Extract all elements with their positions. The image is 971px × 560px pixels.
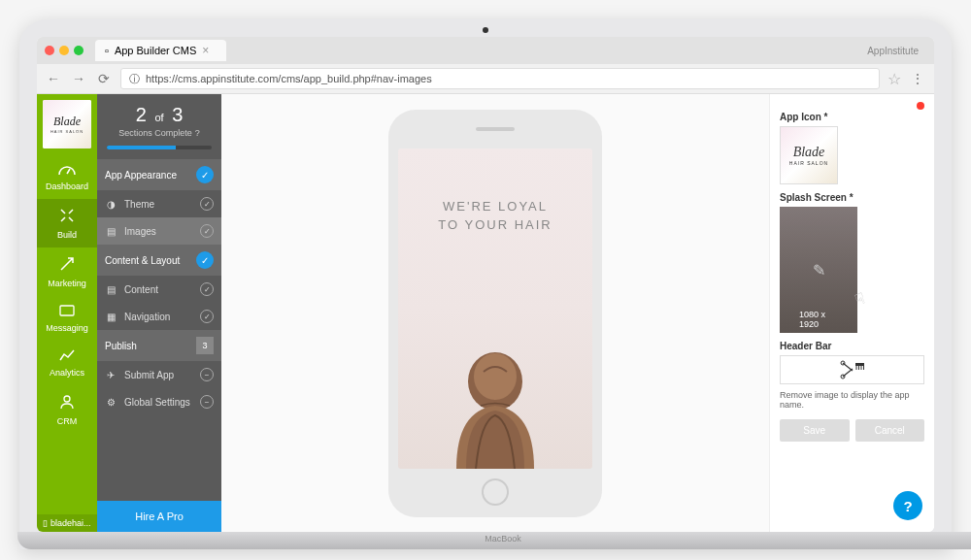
nav-dashboard[interactable]: Dashboard	[37, 154, 97, 199]
status-done-icon	[200, 282, 214, 296]
phone-icon: ▯	[43, 518, 48, 528]
forward-button[interactable]: →	[70, 70, 87, 87]
icon-logo-title: Blade	[793, 145, 825, 160]
edit-icon: ✎	[813, 261, 825, 280]
splash-headline: WE'RE LOYAL TO YOUR HAIR	[438, 197, 552, 235]
build-sidebar: 2 of 3 Sections Complete ? App Appearanc…	[97, 94, 221, 532]
settings-icon: ⚙	[107, 397, 118, 408]
count-badge: 3	[196, 337, 214, 354]
window-controls[interactable]	[45, 46, 84, 55]
progress-panel: 2 of 3 Sections Complete ?	[97, 94, 221, 159]
help-icon[interactable]: ?	[195, 128, 200, 138]
navigation-icon: ▦	[107, 312, 118, 322]
icon-logo-subtitle: HAIR SALON	[789, 160, 828, 166]
app-icon-preview[interactable]: Blade HAIR SALON	[780, 126, 838, 184]
svg-line-0	[67, 169, 70, 174]
splash-dimensions: 1080 x 1920	[799, 310, 838, 329]
logo-title: Blade	[53, 115, 81, 129]
phone-home-button	[482, 478, 509, 506]
address-bar: ← → ⟳ ⓘ https://cms.appinstitute.com/cms…	[37, 64, 934, 93]
theme-icon: ◑	[107, 199, 118, 210]
main-nav: Blade HAIR SALON Dashboard Build	[37, 94, 97, 532]
splash-screen-label: Splash Screen *	[780, 192, 924, 203]
subitem-global-settings[interactable]: ⚙Global Settings	[97, 388, 221, 415]
phone-screen: WE'RE LOYAL TO YOUR HAIR	[398, 148, 592, 469]
header-hint: Remove image to display the app name.	[780, 390, 924, 410]
dashboard-icon	[58, 162, 76, 180]
scissors-comb-icon	[839, 359, 866, 380]
progress-total: 3	[172, 104, 183, 125]
tab-bar: ▫ App Builder CMS × AppInstitute	[37, 37, 934, 64]
bookmark-icon[interactable]: ☆	[887, 70, 901, 88]
action-buttons: Save Cancel	[780, 419, 924, 442]
subitem-submit-app[interactable]: ✈Submit App	[97, 361, 221, 388]
progress-of: of	[154, 112, 163, 123]
section-title: App Appearance	[105, 170, 177, 181]
screen: ▫ App Builder CMS × AppInstitute ← → ⟳ ⓘ…	[37, 37, 934, 532]
url-input[interactable]: ⓘ https://cms.appinstitute.com/cms/app_b…	[120, 68, 880, 89]
section-content-layout[interactable]: Content & Layout ✓	[97, 245, 221, 276]
properties-panel: App Icon * Blade HAIR SALON Splash Scree…	[769, 94, 934, 532]
footer-project[interactable]: ▯ bladehai...	[37, 514, 97, 532]
tab-favicon: ▫	[105, 45, 109, 56]
cancel-button[interactable]: Cancel	[855, 419, 925, 442]
subitem-images[interactable]: ▤Images	[97, 217, 221, 245]
back-button[interactable]: ←	[45, 70, 62, 87]
crm-icon	[58, 393, 76, 414]
nav-build[interactable]: Build	[37, 199, 97, 247]
subitem-navigation[interactable]: ▦Navigation	[97, 303, 221, 330]
tab-title: App Builder CMS	[115, 45, 196, 56]
app-logo[interactable]: Blade HAIR SALON	[43, 100, 91, 148]
splash-preview[interactable]: ✎ 1080 x 1920 ☟	[780, 207, 857, 333]
content-icon: ▤	[107, 284, 118, 295]
nav-label: Dashboard	[46, 181, 88, 191]
status-pending-icon	[200, 368, 214, 381]
section-title: Content & Layout	[105, 255, 180, 266]
preview-canvas: WE'RE LOYAL TO YOUR HAIR	[221, 94, 769, 532]
nav-marketing[interactable]: Marketing	[37, 247, 97, 296]
nav-label: Build	[57, 230, 77, 240]
laptop-camera	[483, 27, 488, 33]
subitem-label: Images	[124, 226, 156, 237]
svg-rect-1	[60, 306, 74, 315]
check-icon: ✓	[196, 251, 214, 269]
status-done-icon	[200, 224, 214, 238]
browser-tab[interactable]: ▫ App Builder CMS ×	[95, 40, 226, 61]
nav-label: CRM	[57, 416, 78, 426]
subitem-label: Global Settings	[124, 397, 190, 408]
hire-pro-button[interactable]: Hire A Pro	[97, 501, 221, 532]
splash-image	[427, 313, 563, 469]
header-bar-label: Header Bar	[780, 341, 924, 351]
splash-line-2: TO YOUR HAIR	[438, 215, 552, 235]
menu-button[interactable]: ⋮	[909, 70, 926, 87]
help-button[interactable]: ?	[893, 491, 922, 520]
subitem-label: Navigation	[124, 312, 170, 322]
images-icon: ▤	[107, 226, 118, 237]
header-bar-preview[interactable]	[780, 355, 924, 384]
browser-chrome: ▫ App Builder CMS × AppInstitute ← → ⟳ ⓘ…	[37, 37, 934, 94]
save-button[interactable]: Save	[780, 419, 850, 442]
status-done-icon	[200, 197, 214, 211]
info-icon: ⓘ	[129, 72, 140, 86]
subitem-content[interactable]: ▤Content	[97, 276, 221, 303]
record-indicator-icon	[917, 102, 924, 110]
build-icon	[58, 207, 76, 228]
check-icon: ✓	[196, 166, 214, 183]
svg-point-2	[64, 396, 70, 402]
laptop-frame: ▫ App Builder CMS × AppInstitute ← → ⟳ ⓘ…	[19, 19, 952, 549]
nav-messaging[interactable]: Messaging	[37, 296, 97, 341]
reload-button[interactable]: ⟳	[95, 70, 113, 87]
section-publish[interactable]: Publish 3	[97, 330, 221, 361]
subitem-theme[interactable]: ◑Theme	[97, 190, 221, 217]
close-icon[interactable]: ×	[202, 44, 209, 57]
nav-crm[interactable]: CRM	[37, 385, 97, 434]
app-icon-label: App Icon *	[780, 112, 924, 122]
section-app-appearance[interactable]: App Appearance ✓	[97, 159, 221, 190]
subitem-label: Theme	[124, 199, 154, 210]
analytics-icon	[58, 348, 76, 366]
progress-current: 2	[136, 104, 147, 125]
nav-analytics[interactable]: Analytics	[37, 341, 97, 385]
progress-label: Sections Complete ?	[107, 128, 212, 138]
status-pending-icon	[200, 395, 214, 409]
laptop-base	[17, 532, 971, 549]
